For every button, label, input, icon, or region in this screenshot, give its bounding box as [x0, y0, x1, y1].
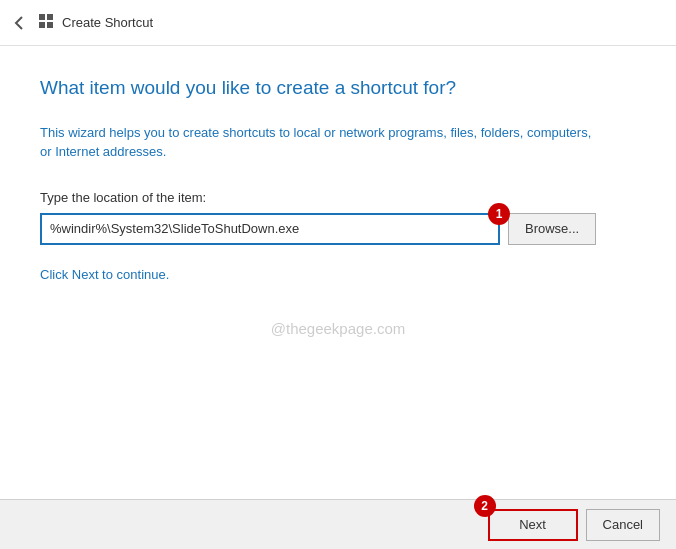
- svg-rect-1: [47, 14, 53, 20]
- title-bar: Create Shortcut: [0, 0, 676, 46]
- badge-1: 1: [488, 203, 510, 225]
- next-button[interactable]: Next: [488, 509, 578, 541]
- input-label: Type the location of the item:: [40, 190, 636, 205]
- window-title: Create Shortcut: [62, 15, 153, 30]
- footer: 2 Next Cancel: [0, 499, 676, 549]
- back-button[interactable]: [12, 15, 28, 31]
- main-question: What item would you like to create a sho…: [40, 76, 636, 101]
- svg-rect-3: [47, 22, 53, 28]
- content-area: What item would you like to create a sho…: [0, 46, 676, 282]
- window-icon: [38, 13, 54, 33]
- next-wrapper: 2 Next: [488, 509, 578, 541]
- input-row: 1 Browse...: [40, 213, 636, 245]
- description-text: This wizard helps you to create shortcut…: [40, 123, 600, 162]
- cancel-button[interactable]: Cancel: [586, 509, 660, 541]
- input-section: Type the location of the item: 1 Browse.…: [40, 190, 636, 245]
- click-next-text: Click Next to continue.: [40, 267, 636, 282]
- svg-rect-0: [39, 14, 45, 20]
- svg-rect-2: [39, 22, 45, 28]
- location-input[interactable]: [40, 213, 500, 245]
- browse-button[interactable]: Browse...: [508, 213, 596, 245]
- watermark: @thegeekpage.com: [271, 320, 405, 337]
- badge-2: 2: [474, 495, 496, 517]
